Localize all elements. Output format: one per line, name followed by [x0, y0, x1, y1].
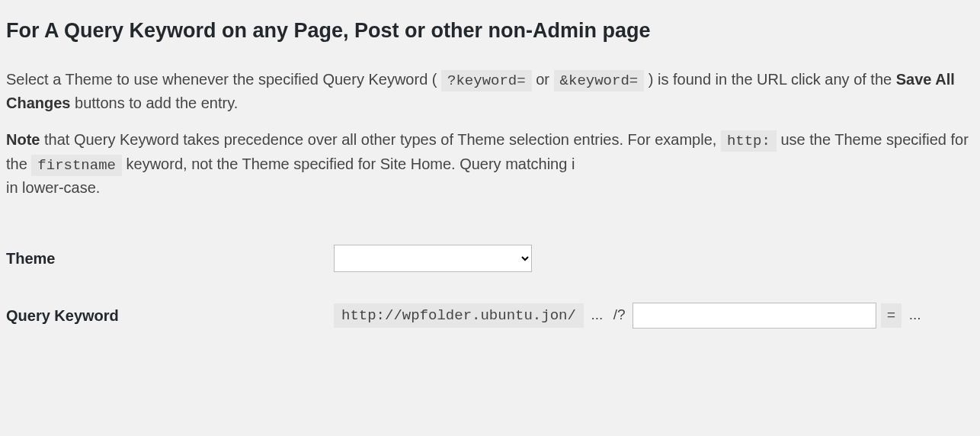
query-keyword-input[interactable] — [633, 303, 876, 329]
query-keyword-row: Query Keyword http://wpfolder.ubuntu.jon… — [6, 287, 974, 344]
code-firstname: firstname — [31, 155, 122, 176]
url-prefix-code: http://wpfolder.ubuntu.jon/ — [334, 303, 584, 328]
desc-text: buttons to add the entry. — [70, 95, 238, 111]
url-ellipsis: ... — [588, 306, 606, 322]
query-keyword-field-label: Query Keyword — [6, 287, 334, 344]
url-trailing-ellipsis: ... — [906, 306, 924, 322]
desc-text: ) is found in the URL click any of the — [644, 71, 896, 88]
description-paragraph-1: Select a Theme to use whenever the speci… — [6, 68, 974, 115]
section-heading: For A Query Keyword on any Page, Post or… — [6, 15, 974, 46]
theme-select[interactable] — [334, 245, 532, 272]
theme-field-label: Theme — [6, 229, 334, 287]
desc-text: Select a Theme to use whenever the speci… — [6, 71, 441, 88]
theme-row: Theme — [6, 229, 974, 287]
code-query-keyword-amp: &keyword= — [554, 70, 645, 91]
url-slash-question: /? — [610, 306, 629, 322]
code-query-keyword-q: ?keyword= — [441, 70, 532, 91]
desc-text: that Query Keyword takes precedence over… — [40, 131, 720, 148]
desc-text: or — [532, 71, 554, 88]
description-paragraph-2: Note that Query Keyword takes precedence… — [6, 128, 974, 199]
desc-text: keyword, not the Theme specified for Sit… — [122, 155, 575, 172]
note-label: Note — [6, 131, 40, 148]
code-http: http: — [721, 130, 777, 152]
desc-text: in lower-case. — [6, 179, 100, 196]
url-equals: = — [881, 303, 902, 328]
